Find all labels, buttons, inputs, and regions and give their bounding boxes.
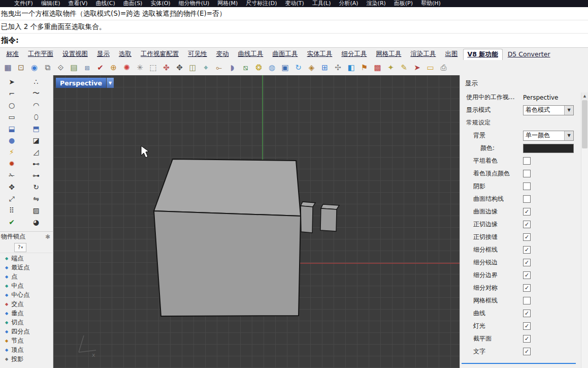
explode-icon[interactable]: ✺	[121, 62, 133, 74]
tab-设置视图[interactable]: 设置视图	[58, 49, 92, 59]
points-tool-icon[interactable]: ∴	[28, 76, 44, 87]
trim-tool-icon[interactable]: ✁	[4, 170, 19, 181]
command-prompt[interactable]: 指令:	[0, 34, 588, 48]
star-tool-icon[interactable]: ✹	[4, 158, 19, 169]
正切接缝-checkbox[interactable]: ✓	[523, 233, 531, 241]
pointer-tool-icon[interactable]: ➤	[4, 76, 19, 87]
scrollbar-thumb[interactable]	[582, 100, 587, 148]
polyline-tool-icon[interactable]: ⌐	[4, 88, 19, 99]
hook-icon[interactable]: ⟜	[213, 62, 225, 74]
osnap-item-vertex[interactable]: ◆顶点	[0, 345, 53, 354]
check-tool-icon[interactable]: ✔	[4, 217, 19, 228]
menu-item-2[interactable]: 编辑(E)	[41, 0, 60, 7]
paint-icon[interactable]: ◧	[345, 62, 357, 74]
tab-选取[interactable]: 选取	[115, 49, 136, 59]
edit-box-icon[interactable]: ⊡	[15, 62, 27, 74]
mesh-tool-icon[interactable]: ◕	[28, 217, 44, 228]
globe-icon[interactable]: ◉	[28, 62, 40, 74]
osnap-filter-button[interactable]: ?▾	[14, 243, 26, 252]
sphere-tool-icon[interactable]: ●	[4, 135, 19, 146]
selection-box-icon[interactable]: ⬚	[147, 62, 159, 74]
rotate-tool-icon[interactable]: ↻	[28, 181, 44, 193]
panels-icon[interactable]: ⧅	[240, 62, 251, 74]
tab-工作视窗配置[interactable]: 工作视窗配置	[137, 49, 183, 59]
正切边缘-checkbox[interactable]: ✓	[523, 221, 531, 228]
color-swatch[interactable]	[523, 144, 574, 153]
cylinder-tool-icon[interactable]: ⬓	[4, 123, 19, 134]
osnap-item-intersection[interactable]: ◆交点	[0, 299, 53, 309]
网格框线-checkbox[interactable]	[523, 297, 531, 304]
copy-icon[interactable]: ⧉	[42, 62, 53, 74]
scroll-up-icon[interactable]: ▲	[581, 93, 588, 100]
fillet-tool-icon[interactable]: ◿	[28, 146, 44, 158]
circle-tool-icon[interactable]: ○	[4, 100, 19, 111]
extend-tool-icon[interactable]: ⊷	[28, 158, 44, 169]
tab-曲面工具[interactable]: 曲面工具	[269, 49, 302, 59]
spray-icon[interactable]: ✳	[134, 62, 146, 74]
menu-item-3[interactable]: 查看(V)	[68, 0, 87, 7]
tab-细分工具[interactable]: 细分工具	[338, 49, 371, 59]
细分框线-checkbox[interactable]: ✓	[523, 246, 531, 254]
panel-scrollbar[interactable]: ▲	[581, 93, 588, 368]
tab-曲线工具[interactable]: 曲线工具	[234, 49, 268, 59]
viewport-title-dropdown chevron-down-icon[interactable]: ▼	[107, 78, 114, 88]
曲面边缘-checkbox[interactable]: ✓	[523, 208, 531, 216]
tools-icon[interactable]: ✥	[174, 62, 185, 74]
背景-dropdown[interactable]: 单一颜色▼	[523, 131, 574, 141]
chevron-down-icon[interactable]: ▼	[564, 106, 573, 115]
menu-item-14[interactable]: 面板(P)	[394, 0, 413, 7]
tab-变动[interactable]: 变动	[212, 49, 233, 59]
screen-icon[interactable]: ⧈	[81, 62, 93, 74]
folder-icon[interactable]: ▭	[424, 62, 436, 74]
surface-tool-icon[interactable]: ◪	[28, 135, 44, 146]
box-tool-icon[interactable]: ⬒	[28, 123, 44, 134]
gem-icon[interactable]: ◈	[306, 62, 317, 74]
osnap-item-mid-point[interactable]: ◆中点	[0, 281, 53, 290]
gumball-icon[interactable]: ⌖	[200, 62, 212, 74]
osnap-item-quadrant[interactable]: ◆四分点	[0, 327, 53, 336]
monitor-icon[interactable]: ⊞	[319, 62, 331, 74]
printer-icon[interactable]: ⎙	[438, 62, 449, 74]
osnap-item-projection[interactable]: ◆投影	[0, 354, 53, 363]
menu-item-10[interactable]: 变动(T)	[285, 0, 304, 7]
pin-icon[interactable]: ➤	[411, 62, 423, 74]
osnap-item-end-point[interactable]: ◆端点	[0, 254, 53, 263]
osnap-item-tangent[interactable]: ◆切点	[0, 318, 53, 327]
arc-tool-icon[interactable]: ◠	[28, 100, 44, 111]
rectangle-tool-icon[interactable]: ▭	[4, 111, 19, 122]
tab-渲染工具[interactable]: 渲染工具	[407, 49, 440, 59]
fan-icon[interactable]: ✣	[332, 62, 344, 74]
move-tool-icon[interactable]: ✥	[4, 181, 19, 193]
sphere-icon[interactable]: ◍	[266, 62, 278, 74]
menu-item-15[interactable]: 帮助(H)	[421, 0, 441, 7]
magnet-icon[interactable]: ❂	[253, 62, 265, 74]
tab-标准[interactable]: 标准	[2, 49, 23, 59]
menu-item-12[interactable]: 分析(A)	[339, 0, 358, 7]
tab-D5 Converter[interactable]: D5 Converter	[504, 49, 554, 59]
refresh-view-icon[interactable]: ↻	[292, 62, 304, 74]
menu-item-9[interactable]: 尺寸标注(D)	[246, 0, 277, 7]
tab-实体工具[interactable]: 实体工具	[303, 49, 337, 59]
tab-网格工具[interactable]: 网格工具	[372, 49, 406, 59]
chevron-down-icon[interactable]: ▼	[564, 131, 573, 140]
曲面结构线-checkbox[interactable]	[523, 195, 531, 203]
tab-V8 新功能[interactable]: V8 新功能	[463, 49, 503, 60]
scale-tool-icon[interactable]: ⤢	[4, 193, 19, 204]
menu-item-13[interactable]: 渲染(R)	[367, 0, 386, 7]
细分对称-checkbox[interactable]: ✓	[523, 284, 531, 292]
tab-工作平面[interactable]: 工作平面	[24, 49, 57, 59]
pencil-icon[interactable]: ✎	[398, 62, 410, 74]
cube-top-face[interactable]	[154, 159, 301, 216]
显示模式-dropdown[interactable]: 着色模式▼	[523, 105, 574, 115]
small-box-2-front[interactable]	[320, 208, 337, 231]
wand-icon[interactable]: ✦	[385, 62, 397, 74]
mosaic-icon[interactable]: ▩	[372, 62, 383, 74]
menu-item-11[interactable]: 工具(L)	[312, 0, 331, 7]
ellipse-tool-icon[interactable]: ⬯	[28, 111, 44, 122]
阴影-checkbox[interactable]	[523, 182, 531, 190]
frame-icon[interactable]: ▣	[279, 62, 291, 74]
曲线-checkbox[interactable]: ✓	[523, 310, 531, 317]
mirror-tool-icon[interactable]: ⇋	[28, 193, 44, 204]
osnap-item-perpendicular[interactable]: ◆垂点	[0, 309, 53, 318]
平坦着色-checkbox[interactable]	[523, 157, 531, 165]
